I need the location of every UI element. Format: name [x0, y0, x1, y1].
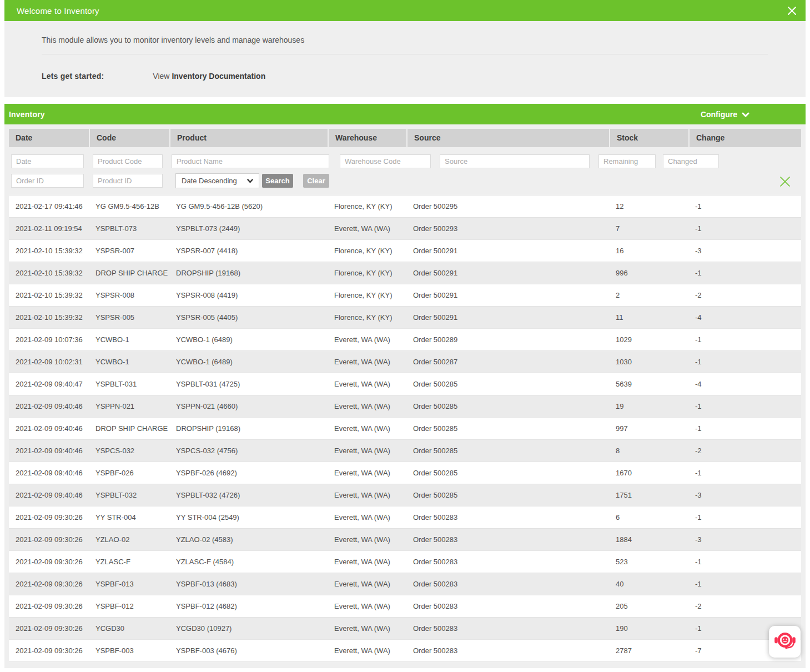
- cell-source: Order 500285: [406, 440, 609, 462]
- cell-warehouse: Everett, WA (WA): [328, 640, 406, 661]
- table-row: 2021-02-09 09:40:46 YSPBLT-032 YSPBLT-03…: [9, 484, 801, 506]
- table-row: 2021-02-09 09:30:26 YSPBF-013 YSPBF-013 …: [9, 573, 801, 595]
- close-icon[interactable]: [786, 4, 798, 17]
- cell-stock: 205: [609, 595, 688, 617]
- cell-change: -1: [688, 551, 801, 573]
- cell-source: Order 500291: [406, 307, 609, 328]
- changed-filter-input[interactable]: [663, 154, 719, 168]
- cell-product: YCWBO-1 (6489): [169, 351, 328, 373]
- column-header-change: Change: [688, 129, 801, 147]
- cell-warehouse: Everett, WA (WA): [328, 440, 406, 462]
- configure-label: Configure: [701, 110, 737, 119]
- column-header-stock: Stock: [609, 129, 688, 147]
- cell-code: YSPSR-007: [89, 240, 169, 262]
- cell-date: 2021-02-09 09:40:46: [9, 484, 89, 506]
- cell-warehouse: Everett, WA (WA): [328, 573, 406, 595]
- cell-code: YSPBLT-031: [89, 373, 169, 395]
- cell-change: -1: [688, 418, 801, 439]
- date-filter-input[interactable]: [11, 154, 84, 168]
- cell-change: -3: [688, 529, 801, 550]
- select-chevron-down-icon: [247, 177, 253, 185]
- clear-button[interactable]: Clear: [303, 174, 329, 188]
- cell-product: DROPSHIP (19168): [169, 418, 328, 439]
- cell-code: YCWBO-1: [89, 351, 169, 373]
- cell-warehouse: Everett, WA (WA): [328, 595, 406, 617]
- cell-product: YSPSR-008 (4419): [169, 284, 328, 306]
- table-row: 2021-02-09 09:30:26 YSPBF-012 YSPBF-012 …: [9, 595, 801, 618]
- order-id-filter-input[interactable]: [11, 174, 84, 188]
- cell-date: 2021-02-09 09:30:26: [9, 573, 89, 595]
- cell-source: Order 500291: [406, 284, 609, 306]
- table-row: 2021-02-10 15:39:32 DROP SHIP CHARGE DRO…: [9, 262, 801, 284]
- welcome-description: This module allows you to monitor invent…: [42, 36, 768, 44]
- cell-source: Order 500285: [406, 373, 609, 395]
- cell-product: YSPBF-003 (4676): [169, 640, 328, 661]
- cell-source: Order 500285: [406, 484, 609, 506]
- cell-warehouse: Everett, WA (WA): [328, 395, 406, 417]
- cell-source: Order 500285: [406, 462, 609, 484]
- cell-stock: 523: [609, 551, 688, 573]
- cell-change: -4: [688, 307, 801, 328]
- cell-stock: 16: [609, 240, 688, 262]
- warehouse-code-filter-input[interactable]: [340, 154, 431, 168]
- cell-code: YCWBO-1: [89, 329, 169, 350]
- source-filter-input[interactable]: [440, 154, 590, 168]
- cell-code: YSPBF-013: [89, 573, 169, 595]
- cell-date: 2021-02-09 09:30:26: [9, 529, 89, 550]
- welcome-panel: Welcome to Inventory This module allows …: [4, 0, 806, 97]
- cell-product: YCGD30 (10927): [169, 618, 328, 639]
- cell-change: -2: [688, 595, 801, 617]
- cell-stock: 11: [609, 307, 688, 328]
- column-header-product: Product: [169, 129, 328, 147]
- cell-code: YG GM9.5-456-12B: [89, 195, 169, 217]
- cell-code: YSPBLT-073: [89, 218, 169, 239]
- clear-filters-x-icon[interactable]: [779, 175, 791, 188]
- cell-change: -1: [688, 329, 801, 350]
- cell-change: -1: [688, 218, 801, 239]
- cell-stock: 190: [609, 618, 688, 639]
- cell-warehouse: Florence, KY (KY): [328, 284, 406, 306]
- cell-stock: 40: [609, 573, 688, 595]
- cell-date: 2021-02-09 09:30:26: [9, 595, 89, 617]
- cell-stock: 8: [609, 440, 688, 462]
- cell-product: YY STR-004 (2549): [169, 506, 328, 528]
- cell-date: 2021-02-17 09:41:46: [9, 195, 89, 217]
- cell-stock: 997: [609, 418, 688, 439]
- cell-warehouse: Everett, WA (WA): [328, 351, 406, 373]
- product-name-filter-input[interactable]: [172, 154, 329, 168]
- cell-change: -3: [688, 240, 801, 262]
- cell-code: YSPSR-005: [89, 307, 169, 328]
- support-chat-button[interactable]: [769, 626, 801, 658]
- cell-warehouse: Everett, WA (WA): [328, 462, 406, 484]
- inventory-documentation-link[interactable]: Inventory Documentation: [172, 72, 265, 81]
- product-id-filter-input[interactable]: [93, 174, 163, 188]
- configure-button[interactable]: Configure: [701, 110, 749, 119]
- cell-product: YSPBF-026 (4692): [169, 462, 328, 484]
- column-header-source: Source: [406, 129, 609, 147]
- cell-warehouse: Everett, WA (WA): [328, 418, 406, 439]
- cell-warehouse: Everett, WA (WA): [328, 329, 406, 350]
- divider: [42, 54, 768, 54]
- column-header-warehouse: Warehouse: [328, 129, 406, 147]
- product-code-filter-input[interactable]: [93, 154, 163, 168]
- view-label: View: [153, 72, 169, 81]
- cell-stock: 19: [609, 395, 688, 417]
- inventory-body: Date Code Product Warehouse Source Stock…: [4, 124, 806, 668]
- cell-change: -4: [688, 373, 801, 395]
- welcome-title: Welcome to Inventory: [17, 6, 786, 16]
- cell-code: YSPBF-012: [89, 595, 169, 617]
- inventory-title: Inventory: [9, 110, 45, 119]
- cell-product: YSPBLT-032 (4726): [169, 484, 328, 506]
- table-row: 2021-02-09 10:02:31 YCWBO-1 YCWBO-1 (648…: [9, 351, 801, 373]
- sort-order-select[interactable]: Date Descending: [175, 173, 259, 188]
- cell-warehouse: Florence, KY (KY): [328, 262, 406, 284]
- remaining-filter-input[interactable]: [598, 154, 656, 168]
- table-row: 2021-02-09 09:40:46 YSPPN-021 YSPPN-021 …: [9, 395, 801, 418]
- table-row: 2021-02-09 10:07:36 YCWBO-1 YCWBO-1 (648…: [9, 329, 801, 351]
- cell-warehouse: Everett, WA (WA): [328, 484, 406, 506]
- cell-product: YSPBF-013 (4683): [169, 573, 328, 595]
- search-button[interactable]: Search: [262, 174, 293, 188]
- cell-stock: 1670: [609, 462, 688, 484]
- cell-product: YSPCS-032 (4756): [169, 440, 328, 462]
- cell-date: 2021-02-09 09:40:46: [9, 462, 89, 484]
